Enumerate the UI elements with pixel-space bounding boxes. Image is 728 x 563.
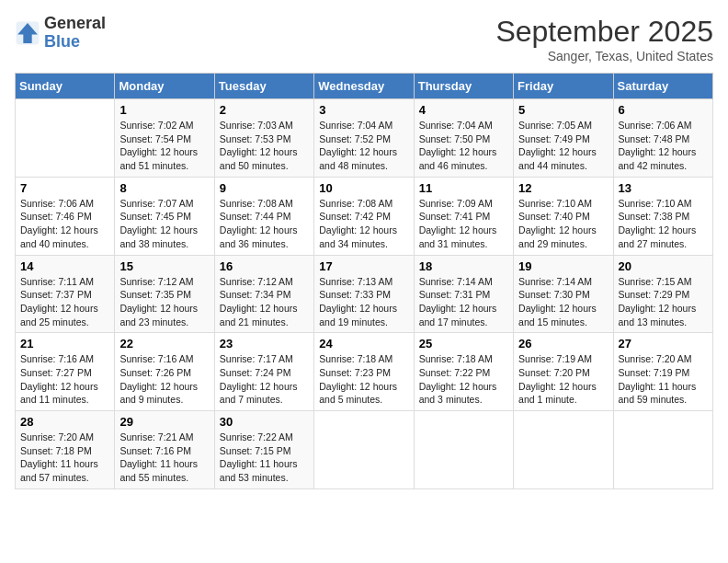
logo-icon: [15, 20, 40, 46]
calendar-cell: 3Sunrise: 7:04 AMSunset: 7:52 PMDaylight…: [314, 99, 414, 178]
day-number: 13: [619, 181, 708, 195]
day-info: Sunrise: 7:08 AMSunset: 7:42 PMDaylight:…: [319, 197, 408, 251]
day-number: 11: [419, 181, 508, 195]
weekday-header: Monday: [115, 74, 214, 99]
calendar-cell: 2Sunrise: 7:03 AMSunset: 7:53 PMDaylight…: [214, 99, 313, 178]
weekday-header: Saturday: [613, 74, 712, 99]
calendar-cell: 27Sunrise: 7:20 AMSunset: 7:19 PMDayligh…: [613, 333, 712, 411]
calendar-cell: 20Sunrise: 7:15 AMSunset: 7:29 PMDayligh…: [613, 255, 712, 333]
day-number: 19: [518, 259, 608, 273]
calendar-cell: [16, 99, 115, 178]
day-number: 9: [220, 181, 309, 195]
calendar-cell: 5Sunrise: 7:05 AMSunset: 7:49 PMDaylight…: [514, 99, 613, 178]
calendar-cell: 13Sunrise: 7:10 AMSunset: 7:38 PMDayligh…: [613, 177, 712, 255]
day-info: Sunrise: 7:16 AMSunset: 7:26 PMDaylight:…: [119, 352, 209, 407]
day-info: Sunrise: 7:20 AMSunset: 7:18 PMDaylight:…: [20, 431, 109, 485]
calendar-cell: 12Sunrise: 7:10 AMSunset: 7:40 PMDayligh…: [514, 177, 613, 255]
logo-text: General Blue: [44, 15, 106, 52]
calendar-cell: 25Sunrise: 7:18 AMSunset: 7:22 PMDayligh…: [414, 333, 513, 411]
day-number: 26: [518, 337, 608, 350]
day-info: Sunrise: 7:05 AMSunset: 7:49 PMDaylight:…: [518, 119, 608, 173]
calendar-cell: 10Sunrise: 7:08 AMSunset: 7:42 PMDayligh…: [314, 177, 414, 255]
day-info: Sunrise: 7:19 AMSunset: 7:20 PMDaylight:…: [518, 352, 608, 407]
calendar-cell: 15Sunrise: 7:12 AMSunset: 7:35 PMDayligh…: [115, 255, 214, 333]
calendar-cell: [314, 411, 414, 489]
day-number: 15: [119, 259, 209, 273]
day-number: 12: [518, 181, 608, 195]
weekday-header: Sunday: [16, 74, 115, 99]
day-info: Sunrise: 7:20 AMSunset: 7:19 PMDaylight:…: [619, 352, 708, 407]
day-number: 22: [119, 337, 209, 350]
day-info: Sunrise: 7:17 AMSunset: 7:24 PMDaylight:…: [220, 352, 309, 407]
day-info: Sunrise: 7:18 AMSunset: 7:22 PMDaylight:…: [419, 352, 508, 407]
calendar-cell: 4Sunrise: 7:04 AMSunset: 7:50 PMDaylight…: [414, 99, 513, 178]
day-info: Sunrise: 7:13 AMSunset: 7:33 PMDaylight:…: [319, 275, 408, 329]
day-number: 21: [20, 337, 109, 350]
day-info: Sunrise: 7:06 AMSunset: 7:48 PMDaylight:…: [619, 119, 708, 173]
day-number: 16: [220, 259, 309, 273]
day-number: 30: [220, 415, 309, 429]
day-info: Sunrise: 7:07 AMSunset: 7:45 PMDaylight:…: [119, 197, 209, 251]
day-info: Sunrise: 7:04 AMSunset: 7:52 PMDaylight:…: [319, 119, 408, 173]
day-info: Sunrise: 7:12 AMSunset: 7:34 PMDaylight:…: [220, 275, 309, 329]
calendar-week-row: 1Sunrise: 7:02 AMSunset: 7:54 PMDaylight…: [16, 99, 713, 178]
day-info: Sunrise: 7:11 AMSunset: 7:37 PMDaylight:…: [20, 275, 109, 329]
calendar-cell: 9Sunrise: 7:08 AMSunset: 7:44 PMDaylight…: [214, 177, 313, 255]
day-info: Sunrise: 7:21 AMSunset: 7:16 PMDaylight:…: [119, 431, 209, 485]
calendar-cell: 18Sunrise: 7:14 AMSunset: 7:31 PMDayligh…: [414, 255, 513, 333]
weekday-header: Thursday: [414, 74, 513, 99]
day-number: 23: [220, 337, 309, 350]
location: Sanger, Texas, United States: [495, 49, 713, 63]
day-info: Sunrise: 7:02 AMSunset: 7:54 PMDaylight:…: [119, 119, 209, 173]
day-info: Sunrise: 7:14 AMSunset: 7:30 PMDaylight:…: [518, 275, 608, 329]
day-info: Sunrise: 7:10 AMSunset: 7:40 PMDaylight:…: [518, 197, 608, 251]
calendar-cell: [613, 411, 712, 489]
day-info: Sunrise: 7:10 AMSunset: 7:38 PMDaylight:…: [619, 197, 708, 251]
calendar-cell: 14Sunrise: 7:11 AMSunset: 7:37 PMDayligh…: [16, 255, 115, 333]
day-number: 8: [119, 181, 209, 195]
day-info: Sunrise: 7:03 AMSunset: 7:53 PMDaylight:…: [220, 119, 309, 173]
logo: General Blue: [15, 15, 106, 52]
calendar-cell: 19Sunrise: 7:14 AMSunset: 7:30 PMDayligh…: [514, 255, 613, 333]
calendar-cell: 30Sunrise: 7:22 AMSunset: 7:15 PMDayligh…: [214, 411, 313, 489]
day-info: Sunrise: 7:22 AMSunset: 7:15 PMDaylight:…: [220, 431, 309, 485]
calendar-cell: 21Sunrise: 7:16 AMSunset: 7:27 PMDayligh…: [16, 333, 115, 411]
day-number: 27: [619, 337, 708, 350]
day-info: Sunrise: 7:16 AMSunset: 7:27 PMDaylight:…: [20, 352, 109, 407]
month-title: September 2025: [495, 15, 713, 49]
day-number: 29: [119, 415, 209, 429]
calendar-table: SundayMondayTuesdayWednesdayThursdayFrid…: [15, 73, 713, 489]
calendar-cell: 24Sunrise: 7:18 AMSunset: 7:23 PMDayligh…: [314, 333, 414, 411]
weekday-header: Tuesday: [214, 74, 313, 99]
day-number: 20: [619, 259, 708, 273]
calendar-cell: 23Sunrise: 7:17 AMSunset: 7:24 PMDayligh…: [214, 333, 313, 411]
day-number: 14: [20, 259, 109, 273]
calendar-cell: 29Sunrise: 7:21 AMSunset: 7:16 PMDayligh…: [115, 411, 214, 489]
calendar-cell: 1Sunrise: 7:02 AMSunset: 7:54 PMDaylight…: [115, 99, 214, 178]
calendar-cell: 28Sunrise: 7:20 AMSunset: 7:18 PMDayligh…: [16, 411, 115, 489]
calendar-cell: [414, 411, 513, 489]
day-number: 28: [20, 415, 109, 429]
calendar-week-row: 28Sunrise: 7:20 AMSunset: 7:18 PMDayligh…: [16, 411, 713, 489]
page-header: General Blue September 2025 Sanger, Texa…: [15, 15, 713, 63]
day-info: Sunrise: 7:08 AMSunset: 7:44 PMDaylight:…: [220, 197, 309, 251]
day-number: 10: [319, 181, 408, 195]
day-number: 2: [220, 103, 309, 117]
calendar-week-row: 21Sunrise: 7:16 AMSunset: 7:27 PMDayligh…: [16, 333, 713, 411]
weekday-header: Friday: [514, 74, 613, 99]
day-number: 7: [20, 181, 109, 195]
day-info: Sunrise: 7:18 AMSunset: 7:23 PMDaylight:…: [319, 352, 408, 407]
day-number: 3: [319, 103, 408, 117]
weekday-header-row: SundayMondayTuesdayWednesdayThursdayFrid…: [16, 74, 713, 99]
calendar-cell: 6Sunrise: 7:06 AMSunset: 7:48 PMDaylight…: [613, 99, 712, 178]
day-info: Sunrise: 7:06 AMSunset: 7:46 PMDaylight:…: [20, 197, 109, 251]
calendar-cell: 22Sunrise: 7:16 AMSunset: 7:26 PMDayligh…: [115, 333, 214, 411]
calendar-cell: 26Sunrise: 7:19 AMSunset: 7:20 PMDayligh…: [514, 333, 613, 411]
day-number: 24: [319, 337, 408, 350]
day-number: 17: [319, 259, 408, 273]
calendar-cell: 8Sunrise: 7:07 AMSunset: 7:45 PMDaylight…: [115, 177, 214, 255]
calendar-cell: 17Sunrise: 7:13 AMSunset: 7:33 PMDayligh…: [314, 255, 414, 333]
calendar-cell: [514, 411, 613, 489]
day-info: Sunrise: 7:12 AMSunset: 7:35 PMDaylight:…: [119, 275, 209, 329]
day-number: 4: [419, 103, 508, 117]
